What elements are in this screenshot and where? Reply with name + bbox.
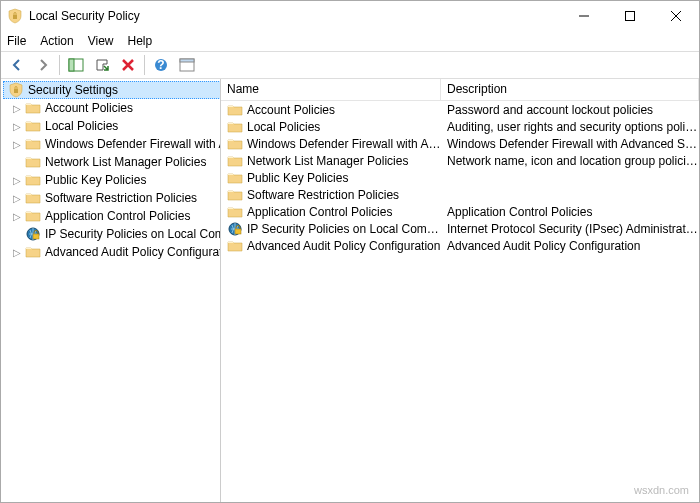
tree-item[interactable]: ▷Local Policies: [1, 117, 221, 135]
list-row[interactable]: Network List Manager PoliciesNetwork nam…: [221, 152, 699, 169]
title-bar: Local Security Policy: [1, 1, 699, 31]
separator: [59, 55, 60, 75]
tree-item[interactable]: ▷Account Policies: [1, 99, 221, 117]
list-cell-name: Software Restriction Policies: [247, 188, 441, 202]
list-cell-name: Application Control Policies: [247, 205, 441, 219]
column-header-description[interactable]: Description: [441, 79, 699, 100]
tree-item[interactable]: ▷Public Key Policies: [1, 171, 221, 189]
svg-rect-3: [626, 12, 635, 21]
svg-text:?: ?: [157, 58, 164, 72]
list-header: Name Description: [221, 79, 699, 101]
shield-icon: [8, 82, 24, 98]
delete-button[interactable]: [116, 53, 140, 77]
folder-icon: [25, 172, 41, 188]
list-cell-name: Public Key Policies: [247, 171, 441, 185]
list-cell-description: Application Control Policies: [441, 205, 699, 219]
tree-item[interactable]: Network List Manager Policies: [1, 153, 221, 171]
list-pane[interactable]: Name Description Account PoliciesPasswor…: [221, 79, 699, 502]
menu-help[interactable]: Help: [128, 34, 153, 48]
tree-item-label: IP Security Policies on Local Compute: [45, 227, 221, 241]
expand-icon[interactable]: ▷: [11, 211, 23, 222]
export-button[interactable]: [90, 53, 114, 77]
folder-icon: [227, 136, 243, 152]
tree-item[interactable]: ▷Application Control Policies: [1, 207, 221, 225]
list-cell-description: Password and account lockout policies: [441, 103, 699, 117]
folder-icon: [25, 190, 41, 206]
folder-icon: [25, 118, 41, 134]
forward-button[interactable]: [31, 53, 55, 77]
list-cell-description: Internet Protocol Security (IPsec) Admin…: [441, 222, 699, 236]
tree-item-label: Account Policies: [45, 101, 133, 115]
tree-item-label: Windows Defender Firewall with Adva: [45, 137, 221, 151]
expand-icon[interactable]: ▷: [11, 121, 23, 132]
tree-item[interactable]: ▷Software Restriction Policies: [1, 189, 221, 207]
toolbar: ?: [1, 51, 699, 79]
folder-icon: [25, 136, 41, 152]
menu-view[interactable]: View: [88, 34, 114, 48]
tree-item[interactable]: IP Security Policies on Local Compute: [1, 225, 221, 243]
list-cell-description: Windows Defender Firewall with Advanced …: [441, 137, 699, 151]
show-hide-tree-button[interactable]: [64, 53, 88, 77]
folder-icon: [227, 204, 243, 220]
list-cell-name: Local Policies: [247, 120, 441, 134]
menu-bar: File Action View Help: [1, 31, 699, 51]
properties-button[interactable]: [175, 53, 199, 77]
folder-icon: [25, 154, 41, 170]
tree-item[interactable]: ▷Advanced Audit Policy Configuration: [1, 243, 221, 261]
back-button[interactable]: [5, 53, 29, 77]
folder-icon: [227, 119, 243, 135]
list-cell-description: Advanced Audit Policy Configuration: [441, 239, 699, 253]
folder-icon: [25, 244, 41, 260]
list-row[interactable]: Local PoliciesAuditing, user rights and …: [221, 118, 699, 135]
expand-icon[interactable]: ▷: [11, 103, 23, 114]
app-icon: [7, 8, 23, 24]
tree-item-label: Application Control Policies: [45, 209, 190, 223]
window-title: Local Security Policy: [29, 9, 561, 23]
list-row[interactable]: Account PoliciesPassword and account loc…: [221, 101, 699, 118]
expand-icon[interactable]: ▷: [11, 247, 23, 258]
list-row[interactable]: Public Key Policies: [221, 169, 699, 186]
list-cell-description: Auditing, user rights and security optio…: [441, 120, 699, 134]
folder-icon: [227, 153, 243, 169]
list-row[interactable]: Software Restriction Policies: [221, 186, 699, 203]
separator: [144, 55, 145, 75]
list-cell-name: Account Policies: [247, 103, 441, 117]
folder-icon: [227, 170, 243, 186]
folder-icon: [227, 238, 243, 254]
column-header-name[interactable]: Name: [221, 79, 441, 100]
tree-item-label: Software Restriction Policies: [45, 191, 197, 205]
tree-item-label: Public Key Policies: [45, 173, 146, 187]
list-row[interactable]: Windows Defender Firewall with Advanc...…: [221, 135, 699, 152]
tree-root-label: Security Settings: [28, 83, 118, 97]
expand-icon[interactable]: ▷: [11, 175, 23, 186]
help-button[interactable]: ?: [149, 53, 173, 77]
minimize-button[interactable]: [561, 1, 607, 31]
folder-icon: [25, 100, 41, 116]
list-cell-name: Advanced Audit Policy Configuration: [247, 239, 441, 253]
folder-icon: [227, 187, 243, 203]
menu-action[interactable]: Action: [40, 34, 73, 48]
tree-pane[interactable]: Security Settings ▷Account Policies▷Loca…: [1, 79, 221, 502]
ipsec-icon: [25, 226, 41, 242]
list-row[interactable]: Advanced Audit Policy ConfigurationAdvan…: [221, 237, 699, 254]
tree-root[interactable]: Security Settings: [3, 81, 221, 99]
close-button[interactable]: [653, 1, 699, 31]
folder-icon: [227, 102, 243, 118]
folder-icon: [25, 208, 41, 224]
list-cell-name: Windows Defender Firewall with Advanc...: [247, 137, 441, 151]
list-row[interactable]: IP Security Policies on Local ComputerIn…: [221, 220, 699, 237]
tree-item-label: Advanced Audit Policy Configuration: [45, 245, 221, 259]
menu-file[interactable]: File: [7, 34, 26, 48]
tree-item[interactable]: ▷Windows Defender Firewall with Adva: [1, 135, 221, 153]
expand-icon[interactable]: ▷: [11, 139, 23, 150]
watermark: wsxdn.com: [634, 484, 689, 496]
list-cell-description: Network name, icon and location group po…: [441, 154, 699, 168]
list-cell-name: IP Security Policies on Local Computer: [247, 222, 441, 236]
list-row[interactable]: Application Control PoliciesApplication …: [221, 203, 699, 220]
tree-item-label: Network List Manager Policies: [45, 155, 206, 169]
maximize-button[interactable]: [607, 1, 653, 31]
expand-icon[interactable]: ▷: [11, 193, 23, 204]
svg-rect-5: [69, 59, 74, 71]
svg-rect-9: [180, 59, 194, 62]
list-cell-name: Network List Manager Policies: [247, 154, 441, 168]
